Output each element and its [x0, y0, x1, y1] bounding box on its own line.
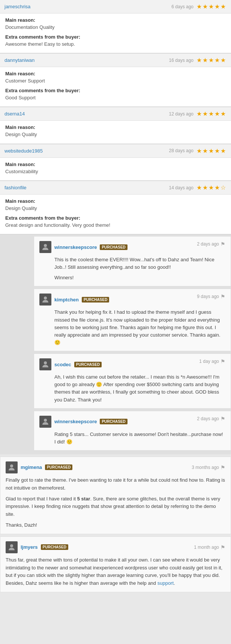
review-websitedude1985: websitedude1985 28 days ago ★★★★★ Main r… — [0, 144, 231, 181]
comment-text: Ah, I wish this came out before the reta… — [54, 374, 219, 402]
comment-author-row: scodec PURCHASED — [39, 358, 102, 370]
review-time: 16 days ago — [169, 58, 194, 63]
main-reason-label: Main reason: — [5, 124, 226, 130]
comment-time: 1 day ago ⚑ — [199, 358, 225, 364]
flag-icon[interactable]: ⚑ — [220, 241, 225, 247]
star-rating: ★★★★★ — [196, 57, 226, 64]
review-time: 28 days ago — [169, 148, 194, 153]
comment-header: winnerskeepscore PURCHASED 2 days ago ⚑ — [39, 416, 225, 428]
review-body: Main reason: Design Quality Extra commen… — [0, 194, 231, 234]
comment-body-wide: Finally got to rate the theme. I've been… — [6, 476, 225, 529]
review-meta: 16 days ago ★★★★★ — [169, 57, 226, 64]
review-header: dserna14 12 days ago ★★★★★ — [0, 107, 231, 120]
comments-section: winnerskeepscore PURCHASED 2 days ago ⚑ … — [0, 235, 231, 454]
flag-icon[interactable]: ⚑ — [220, 358, 225, 364]
avatar — [6, 461, 18, 473]
purchased-badge: PURCHASED — [41, 544, 68, 550]
comment-header-wide: ljmyers PURCHASED 1 month ago ⚑ — [6, 541, 225, 553]
wide-comments-section: mgimena PURCHASED 3 months ago ⚑ Finally… — [0, 457, 231, 592]
reviews-section: jameschrisa 6 days ago ★★★★★ Main reason… — [0, 0, 231, 235]
comment-author-name[interactable]: kimptchen — [54, 297, 79, 303]
review-body: Main reason: Documentation Quality Extra… — [0, 13, 231, 53]
extra-label: Extra comments from the buyer: — [5, 215, 226, 221]
svg-point-3 — [44, 419, 47, 422]
main-reason-value: Documentation Quality — [5, 24, 226, 31]
comment-header-wide: mgimena PURCHASED 3 months ago ⚑ — [6, 461, 225, 473]
review-meta: 28 days ago ★★★★★ — [169, 147, 226, 154]
avatar — [39, 241, 51, 253]
main-reason-value: Design Quality — [5, 205, 226, 212]
comment-time-label: 2 days ago — [197, 241, 219, 247]
avatar — [39, 416, 51, 428]
review-time: 12 days ago — [169, 111, 194, 117]
extra-comment: Good Support — [5, 94, 226, 102]
reviewer-name[interactable]: fashionfile — [4, 185, 27, 190]
reviewer-name[interactable]: websitedude1985 — [4, 148, 43, 154]
review-meta: 14 days ago ★★★★☆ — [169, 184, 226, 191]
reviewer-name[interactable]: dannytaniwan — [4, 57, 34, 63]
svg-point-2 — [44, 361, 47, 364]
main-reason-label: Main reason: — [5, 198, 226, 204]
star-rating: ★★★★★ — [196, 110, 226, 117]
comment-time-label: 1 day ago — [199, 359, 219, 364]
comment-text: Thank you for helping fix it. I had to u… — [54, 309, 220, 345]
extra-comment: Awesome theme! Easy to setup. — [5, 40, 226, 48]
comment-scodec: scodec PURCHASED 1 day ago ⚑ Ah, I wish … — [34, 353, 231, 409]
comment-time-label: 2 days ago — [197, 416, 219, 421]
star-rating: ★★★★☆ — [196, 184, 226, 191]
svg-point-5 — [10, 544, 13, 547]
purchased-badge: PURCHASED — [82, 297, 109, 303]
flag-icon[interactable]: ⚑ — [220, 464, 225, 470]
purchased-badge: PURCHASED — [74, 362, 102, 367]
flag-icon[interactable]: ⚑ — [220, 416, 225, 422]
comment-author-name[interactable]: winnerskeepscore — [54, 244, 97, 250]
review-time: 14 days ago — [169, 185, 194, 190]
svg-point-1 — [44, 297, 47, 300]
reviewer-name[interactable]: jameschrisa — [4, 4, 30, 9]
comment-time: 1 month ago ⚑ — [194, 544, 225, 550]
comment-header: scodec PURCHASED 1 day ago ⚑ — [39, 358, 225, 370]
review-header: jameschrisa 6 days ago ★★★★★ — [0, 0, 231, 13]
purchased-badge: PURCHASED — [100, 244, 127, 250]
comment-author-row: winnerskeepscore PURCHASED — [39, 241, 128, 253]
review-time: 6 days ago — [171, 4, 194, 9]
extra-label: Extra comments from the buyer: — [5, 88, 226, 93]
review-body: Main reason: Design Quality — [0, 120, 231, 144]
reviewer-name[interactable]: dserna14 — [4, 111, 25, 117]
flag-icon[interactable]: ⚑ — [220, 294, 225, 300]
flag-icon[interactable]: ⚑ — [220, 544, 225, 550]
main-reason-label: Main reason: — [5, 17, 226, 23]
comment-header: kimptchen PURCHASED 9 days ago ⚑ — [39, 294, 225, 306]
comment-author-row: winnerskeepscore PURCHASED — [39, 416, 128, 428]
comment-ljmyers: ljmyers PURCHASED 1 month ago ⚑ Thus far… — [0, 536, 231, 592]
main-reason-value: Customer Support — [5, 77, 226, 85]
avatar — [39, 358, 51, 370]
main-reason-label: Main reason: — [5, 162, 226, 167]
comment-paragraph: Glad to report that I have rated it 5 st… — [6, 495, 225, 518]
comment-author-name[interactable]: ljmyers — [21, 544, 38, 550]
review-body: Main reason: Customizability — [0, 157, 231, 181]
comment-author-row-wide: mgimena PURCHASED — [6, 461, 72, 473]
comment-paragraph: Thanks, Dazh! — [6, 521, 225, 529]
svg-point-0 — [44, 244, 47, 247]
svg-point-4 — [10, 464, 13, 467]
star-rating: ★★★★★ — [196, 147, 226, 154]
star-rating: ★★★★★ — [196, 3, 226, 10]
purchased-badge: PURCHASED — [100, 419, 127, 424]
comment-time: 2 days ago ⚑ — [197, 241, 225, 247]
comment-author-name[interactable]: winnerskeepscore — [54, 419, 97, 424]
avatar — [39, 294, 51, 306]
comment-time: 3 months ago ⚑ — [192, 464, 225, 470]
comment-time: 9 days ago ⚑ — [197, 294, 225, 300]
review-body: Main reason: Customer Support Extra comm… — [0, 67, 231, 106]
comment-extra: Winners! — [54, 274, 225, 282]
comment-body-wide: Thus far, great theme with tons of poten… — [6, 556, 225, 587]
comment-author-name[interactable]: scodec — [54, 362, 71, 367]
comment-body: Ah, I wish this came out before the reta… — [39, 373, 225, 404]
comment-time-label: 3 months ago — [192, 465, 219, 470]
comment-time-label: 9 days ago — [197, 294, 219, 299]
comment-winnerskeepscore-1: winnerskeepscore PURCHASED 2 days ago ⚑ … — [34, 236, 231, 286]
comment-text: Rating 5 stars... Customer service is aw… — [54, 431, 223, 445]
main-reason-label: Main reason: — [5, 71, 226, 76]
comment-author-name[interactable]: mgimena — [21, 464, 42, 470]
